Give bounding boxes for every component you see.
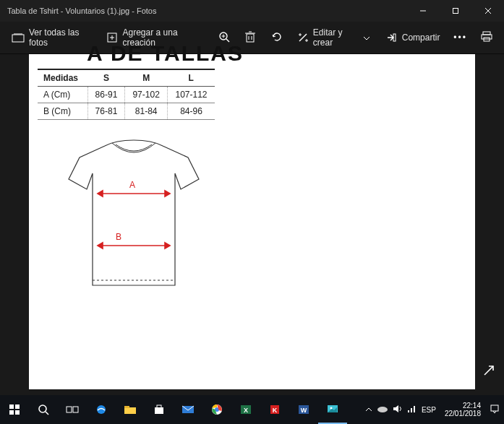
- taskbar-app-chrome[interactable]: [202, 395, 231, 424]
- tray-chevron-up-icon[interactable]: [365, 406, 372, 414]
- arrow-b-label: B: [116, 232, 121, 242]
- taskbar: X K W ESP 22:14 22/01/2018: [0, 395, 504, 424]
- taskbar-app-store[interactable]: [145, 395, 174, 424]
- svg-rect-35: [9, 404, 14, 409]
- svg-point-59: [377, 407, 388, 412]
- th-medidas: Medidas: [38, 69, 87, 87]
- svg-rect-44: [124, 407, 136, 414]
- svg-rect-25: [482, 35, 492, 39]
- svg-rect-38: [15, 410, 20, 415]
- svg-text:K: K: [273, 407, 278, 414]
- minimize-button[interactable]: [406, 0, 439, 22]
- print-icon: [480, 31, 493, 45]
- taskbar-app-photos[interactable]: [318, 395, 347, 424]
- tray-date: 22/01/2018: [445, 410, 481, 417]
- svg-marker-60: [393, 405, 398, 412]
- collection-icon: [12, 31, 25, 44]
- taskview-button[interactable]: [58, 395, 87, 424]
- svg-line-34: [484, 366, 493, 375]
- start-button[interactable]: [0, 395, 29, 424]
- window-title: Tabla de Tshirt - Voluntarios (1).jpg - …: [7, 7, 406, 15]
- titlebar: Tabla de Tshirt - Voluntarios (1).jpg - …: [0, 0, 504, 22]
- svg-rect-41: [67, 407, 72, 412]
- svg-rect-42: [73, 407, 78, 412]
- window-buttons: [406, 0, 504, 22]
- arrow-a-label: A: [129, 180, 135, 190]
- tray-network-icon[interactable]: [407, 404, 417, 415]
- tshirt-diagram: A B: [65, 137, 475, 299]
- svg-rect-5: [14, 33, 22, 35]
- size-table: Medidas S M L A (Cm) 86-91 97-102 107-11…: [38, 69, 215, 120]
- print-button[interactable]: [474, 23, 500, 52]
- photo-canvas[interactable]: A DE TALLAS Medidas S M L A (Cm) 86-91 9…: [29, 54, 475, 389]
- svg-rect-63: [414, 406, 415, 412]
- th-s: S: [87, 69, 125, 87]
- taskbar-app-word[interactable]: W: [289, 395, 318, 424]
- svg-rect-1: [453, 9, 458, 14]
- svg-point-39: [39, 405, 46, 412]
- tray-volume-icon[interactable]: [393, 404, 403, 415]
- taskbar-app-mail[interactable]: [174, 395, 202, 424]
- tray-time: 22:14: [445, 402, 481, 410]
- tray-onedrive-icon[interactable]: [377, 405, 388, 414]
- th-l: L: [168, 69, 215, 87]
- table-row: A (Cm) 86-91 97-102 107-112: [38, 87, 215, 103]
- taskbar-app-edge[interactable]: [87, 395, 116, 424]
- svg-rect-23: [393, 34, 396, 41]
- tray-clock[interactable]: 22:14 22/01/2018: [440, 402, 485, 417]
- svg-rect-62: [411, 408, 412, 412]
- maximize-button[interactable]: [439, 0, 471, 22]
- svg-line-40: [46, 412, 48, 415]
- document-heading: A DE TALLAS: [29, 41, 475, 69]
- table-header-row: Medidas S M L: [38, 69, 215, 87]
- system-tray: ESP 22:14 22/01/2018: [365, 402, 504, 417]
- svg-rect-13: [247, 34, 254, 42]
- svg-rect-36: [15, 404, 20, 409]
- search-button[interactable]: [29, 395, 58, 424]
- svg-rect-61: [408, 410, 409, 412]
- taskbar-app-excel[interactable]: X: [231, 395, 260, 424]
- svg-text:W: W: [301, 407, 307, 414]
- expand-diagonal-icon[interactable]: [482, 364, 495, 381]
- svg-rect-37: [9, 410, 14, 415]
- tray-notifications-icon[interactable]: [490, 404, 500, 415]
- svg-rect-45: [124, 406, 129, 408]
- tray-language[interactable]: ESP: [422, 406, 436, 414]
- table-row: B (Cm) 76-81 81-84 84-96: [38, 103, 215, 120]
- th-m: M: [125, 69, 168, 87]
- close-button[interactable]: [471, 0, 504, 22]
- svg-rect-64: [491, 405, 498, 411]
- svg-text:X: X: [244, 407, 248, 414]
- taskbar-app-explorer[interactable]: [116, 395, 145, 424]
- taskbar-app-kaspersky[interactable]: K: [260, 395, 289, 424]
- svg-rect-4: [12, 35, 24, 42]
- svg-rect-24: [483, 32, 490, 35]
